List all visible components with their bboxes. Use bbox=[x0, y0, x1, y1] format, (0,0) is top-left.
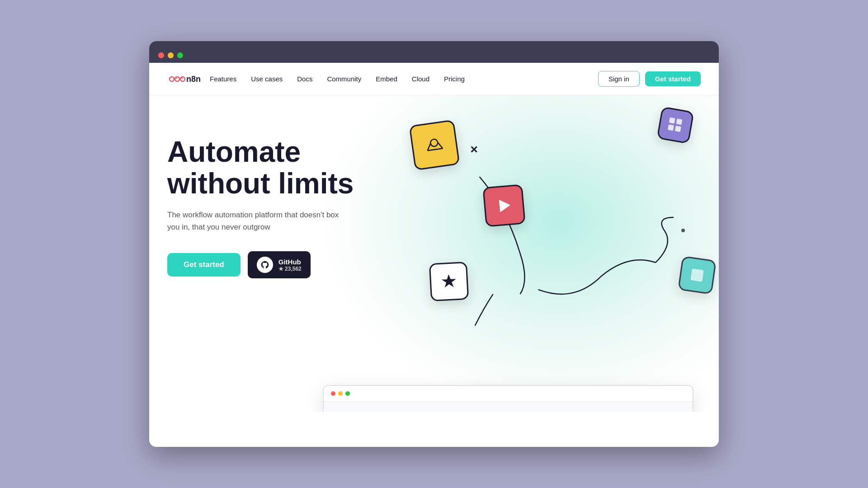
svg-rect-8 bbox=[675, 126, 681, 132]
star-cube bbox=[429, 262, 469, 301]
hero-section: Automate without limits The workflow aut… bbox=[149, 95, 719, 412]
hero-getstarted-button[interactable]: Get started bbox=[167, 253, 241, 277]
app-traffic-yellow bbox=[338, 391, 343, 396]
svg-rect-7 bbox=[668, 124, 674, 131]
app-traffic-green bbox=[345, 391, 350, 396]
traffic-light-green[interactable] bbox=[177, 52, 183, 58]
cross-decoration: ✕ bbox=[470, 144, 478, 156]
play-cube bbox=[482, 184, 525, 227]
svg-marker-10 bbox=[441, 274, 456, 288]
dot-decoration bbox=[681, 229, 685, 232]
app-traffic-red bbox=[331, 391, 335, 396]
svg-point-4 bbox=[430, 139, 438, 147]
teal-cube bbox=[678, 256, 717, 295]
navbar: n8n Features Use cases Docs Community Em… bbox=[149, 63, 719, 95]
app-window-body: Waiting for you to call the Test URL 🐘 bbox=[324, 402, 693, 412]
svg-text:n8n: n8n bbox=[186, 75, 201, 84]
browser-window: n8n Features Use cases Docs Community Em… bbox=[149, 41, 719, 447]
app-workflow-window: Waiting for you to call the Test URL 🐘 bbox=[323, 385, 693, 412]
nav-cloud[interactable]: Cloud bbox=[406, 71, 436, 86]
svg-rect-5 bbox=[669, 117, 675, 124]
nav-community[interactable]: Community bbox=[321, 71, 368, 86]
nav-actions: Sign in Get started bbox=[598, 71, 701, 87]
signin-button[interactable]: Sign in bbox=[598, 71, 640, 87]
svg-point-0 bbox=[170, 77, 174, 81]
hero-heading: Automate without limits bbox=[167, 136, 411, 200]
getstarted-button-nav[interactable]: Get started bbox=[645, 71, 701, 86]
hero-subheading: The workflow automation platform that do… bbox=[167, 209, 348, 233]
github-text: GitHub ★ 23,562 bbox=[278, 258, 302, 272]
app-window-chrome bbox=[324, 386, 693, 402]
browser-chrome bbox=[149, 41, 719, 63]
logo[interactable]: n8n bbox=[167, 72, 203, 86]
nav-links: Features Use cases Docs Community Embed … bbox=[203, 71, 598, 86]
nav-features[interactable]: Features bbox=[203, 71, 243, 86]
nav-pricing[interactable]: Pricing bbox=[438, 71, 471, 86]
traffic-light-red[interactable] bbox=[158, 52, 164, 58]
webhook-cube bbox=[409, 120, 460, 171]
nav-embed[interactable]: Embed bbox=[369, 71, 404, 86]
browser-content: n8n Features Use cases Docs Community Em… bbox=[149, 63, 719, 447]
nav-docs[interactable]: Docs bbox=[291, 71, 319, 86]
hero-ctas: Get started GitHub ★ 23,562 bbox=[167, 251, 411, 278]
grid-cube bbox=[656, 106, 694, 144]
github-icon bbox=[257, 257, 273, 273]
hero-left: Automate without limits The workflow aut… bbox=[167, 122, 411, 412]
traffic-light-yellow[interactable] bbox=[168, 52, 174, 58]
nav-use-cases[interactable]: Use cases bbox=[245, 71, 289, 86]
svg-rect-11 bbox=[690, 268, 703, 282]
svg-rect-6 bbox=[676, 118, 683, 125]
svg-marker-9 bbox=[499, 199, 511, 212]
github-button[interactable]: GitHub ★ 23,562 bbox=[248, 251, 311, 278]
